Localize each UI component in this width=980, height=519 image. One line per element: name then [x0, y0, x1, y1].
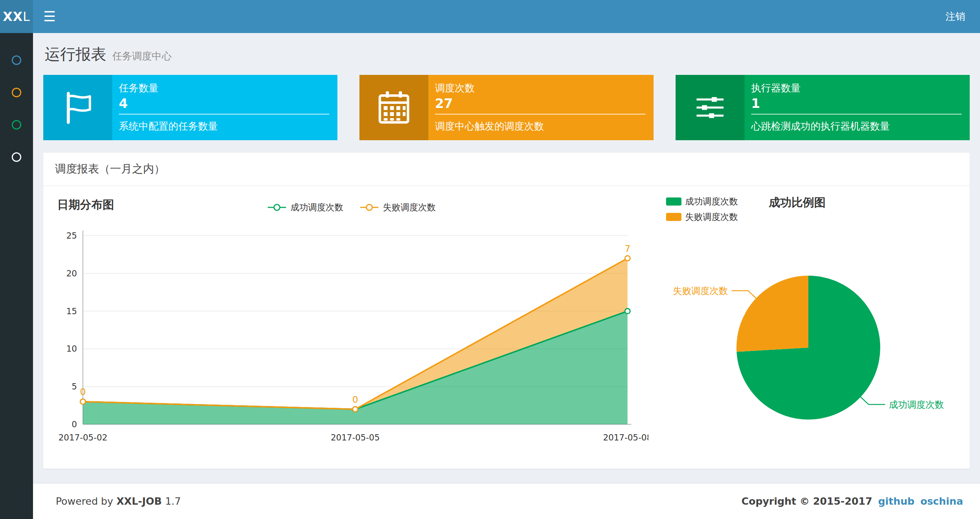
- legend-label: 成功调度次数: [685, 196, 738, 208]
- pie-chart-title: 成功比例图: [769, 195, 826, 210]
- svg-text:10: 10: [66, 344, 77, 353]
- legend-swatch-icon: [666, 198, 681, 206]
- panel-body: 日期分布图 成功调度次数: [43, 186, 970, 469]
- info-box-icon-area: [360, 75, 428, 140]
- info-box-executor-count: 执行器数量 1 心跳检测成功的执行器机器数量: [676, 75, 970, 140]
- success-ratio-chart: 成功调度次数 失败调度次数 成功比例图 成功调度次数失败调度次数: [666, 196, 970, 455]
- sidebar-item-job-log[interactable]: [0, 109, 33, 141]
- info-box-description: 心跳检测成功的执行器机器数量: [751, 115, 962, 133]
- legend-label: 失败调度次数: [383, 201, 436, 213]
- pie-chart-legend: 成功调度次数 失败调度次数: [666, 196, 738, 223]
- svg-text:15: 15: [66, 307, 77, 316]
- top-navbar: XXL ☰ 注销: [0, 0, 980, 33]
- info-box-title: 执行器数量: [751, 81, 962, 95]
- pie-chart-header: 成功调度次数 失败调度次数 成功比例图: [666, 196, 970, 225]
- circle-outline-icon: [12, 88, 21, 97]
- info-box-icon-area: [43, 75, 112, 140]
- info-box-value: 27: [435, 96, 646, 111]
- page-subtitle: 任务调度中心: [112, 50, 172, 63]
- sliders-icon: [693, 91, 727, 125]
- info-box-job-count: 任务数量 4 系统中配置的任务数量: [43, 75, 337, 140]
- svg-text:成功调度次数: 成功调度次数: [889, 399, 944, 410]
- main-content: 运行报表 任务调度中心 任务数量 4 系统中配置的任务数量: [33, 33, 980, 483]
- info-box-title: 调度次数: [435, 81, 646, 95]
- circle-outline-icon: [12, 120, 21, 129]
- info-box-title: 任务数量: [119, 81, 329, 95]
- brand-name: XXL-JOB: [117, 495, 162, 507]
- line-chart-title: 日期分布图: [57, 197, 114, 212]
- legend-swatch-icon: [666, 213, 681, 221]
- info-box-body: 调度次数 27 调度中心触发的调度次数: [428, 75, 654, 140]
- info-box-description: 系统中配置的任务数量: [119, 115, 329, 133]
- svg-text:25: 25: [66, 231, 77, 240]
- line-chart-header: 日期分布图 成功调度次数: [54, 196, 648, 219]
- flag-icon: [61, 91, 95, 125]
- legend-item-success[interactable]: 成功调度次数: [267, 201, 343, 213]
- calendar-icon: [376, 90, 412, 125]
- report-panel: 调度报表（一月之内） 日期分布图 成功调度次数: [43, 153, 970, 469]
- content-header: 运行报表 任务调度中心: [33, 33, 980, 70]
- page-title: 运行报表: [45, 44, 107, 65]
- github-link[interactable]: github: [878, 495, 914, 507]
- brand-version: 1.7: [165, 495, 181, 507]
- svg-text:0: 0: [80, 386, 86, 397]
- circle-outline-icon: [12, 152, 21, 162]
- svg-text:7: 7: [625, 243, 630, 254]
- sidebar: [0, 33, 33, 519]
- info-box-value: 1: [751, 96, 962, 111]
- powered-prefix: Powered by: [56, 495, 113, 507]
- svg-text:0: 0: [72, 420, 77, 429]
- legend-item-fail[interactable]: 失败调度次数: [666, 211, 738, 223]
- sidebar-item-job-manage[interactable]: [0, 76, 33, 109]
- copyright-text: Copyright © 2015-2017: [741, 495, 873, 507]
- svg-text:20: 20: [66, 269, 77, 278]
- footer: Powered by XXL-JOB 1.7 Copyright © 2015-…: [33, 483, 980, 519]
- svg-text:2017-05-05: 2017-05-05: [331, 433, 380, 442]
- circle-outline-icon: [12, 56, 21, 65]
- info-box-body: 执行器数量 1 心跳检测成功的执行器机器数量: [745, 75, 970, 140]
- stacked-area-chart-canvas: 05101520252017-05-022017-05-052017-05-08…: [54, 224, 648, 455]
- info-box-icon-area: [676, 75, 745, 140]
- logo-text-bold: XX: [3, 9, 23, 24]
- powered-by: Powered by XXL-JOB 1.7: [56, 495, 181, 507]
- navbar-spacer: [66, 0, 931, 33]
- svg-text:5: 5: [72, 382, 77, 391]
- svg-text:0: 0: [352, 394, 358, 405]
- svg-text:2017-05-02: 2017-05-02: [58, 433, 107, 442]
- panel-title: 调度报表（一月之内）: [43, 153, 970, 186]
- info-box-value: 4: [119, 96, 329, 111]
- logout-link[interactable]: 注销: [931, 0, 980, 33]
- pie-chart-canvas: 成功调度次数失败调度次数: [666, 230, 970, 436]
- legend-label: 成功调度次数: [291, 201, 343, 213]
- sidebar-item-glue[interactable]: [0, 141, 33, 173]
- legend-item-success[interactable]: 成功调度次数: [666, 196, 738, 208]
- info-box-body: 任务数量 4 系统中配置的任务数量: [112, 75, 337, 140]
- app-root: XXL ☰ 注销 运行报表 任务调度中心: [0, 0, 980, 519]
- app-logo[interactable]: XXL: [0, 0, 33, 33]
- oschina-link[interactable]: oschina: [920, 495, 963, 507]
- info-box-trigger-count: 调度次数 27 调度中心触发的调度次数: [360, 75, 654, 140]
- svg-text:2017-05-08: 2017-05-08: [603, 433, 648, 442]
- legend-item-fail[interactable]: 失败调度次数: [360, 201, 436, 213]
- svg-text:失败调度次数: 失败调度次数: [673, 286, 728, 296]
- line-series-marker-icon: [360, 203, 379, 211]
- info-box-description: 调度中心触发的调度次数: [435, 115, 646, 133]
- date-distribution-chart: 日期分布图 成功调度次数: [54, 196, 648, 455]
- sidebar-toggle-button[interactable]: ☰: [33, 0, 66, 33]
- logo-text-light: L: [23, 9, 30, 24]
- line-series-marker-icon: [267, 203, 287, 211]
- hamburger-icon: ☰: [43, 10, 56, 24]
- sidebar-item-report[interactable]: [0, 44, 33, 76]
- line-chart-legend: 成功调度次数 失败调度次数: [267, 201, 436, 213]
- footer-right: Copyright © 2015-2017 github oschina: [741, 495, 963, 507]
- legend-label: 失败调度次数: [685, 211, 738, 223]
- info-box-row: 任务数量 4 系统中配置的任务数量: [43, 75, 970, 140]
